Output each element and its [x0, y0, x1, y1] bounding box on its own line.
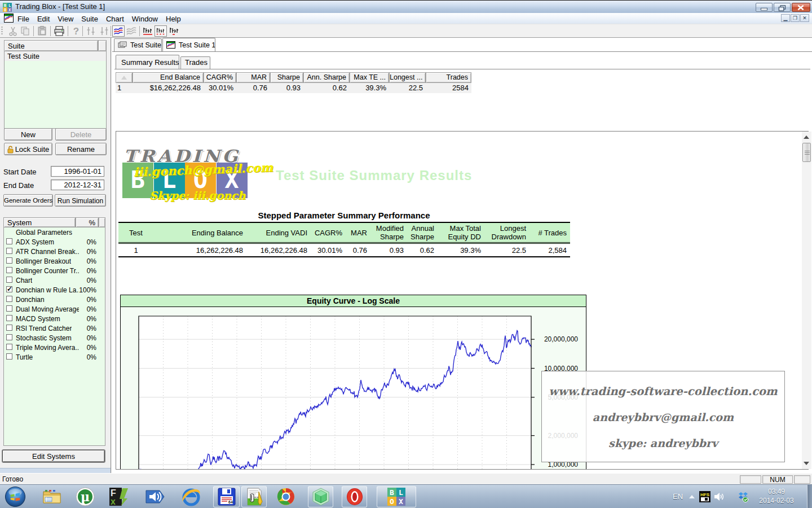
menu-item[interactable]: Suite — [77, 13, 102, 24]
grid-column-header[interactable]: Sharpe — [270, 72, 303, 83]
cut-icon[interactable] — [7, 25, 19, 37]
system-row[interactable]: ✓ Dual Moving Average 0% — [4, 304, 105, 314]
scroll-down-arrow[interactable] — [804, 462, 809, 465]
system-checkbox[interactable]: ✓ — [6, 334, 12, 340]
histogram-report-3-icon[interactable] — [168, 25, 180, 37]
rename-button[interactable]: Rename — [55, 143, 107, 155]
system-checkbox[interactable]: ✓ — [6, 353, 12, 360]
system-row[interactable]: ✓ MACD System 0% — [4, 314, 105, 323]
system-checkbox[interactable]: ✓ — [6, 344, 12, 350]
mdi-child-icon[interactable] — [4, 14, 14, 23]
system-checkbox[interactable]: ✓ — [6, 257, 12, 264]
start-date-field[interactable]: 1996-01-01 — [51, 166, 104, 177]
menu-item[interactable]: View — [54, 13, 77, 24]
grid-column-header[interactable]: MAR — [236, 72, 270, 83]
grid-column-header[interactable]: CAGR% — [204, 72, 236, 83]
suite-list-item[interactable]: Test Suite — [5, 51, 106, 61]
show-desktop-button[interactable] — [807, 485, 812, 508]
system-row[interactable]: ✓ Turtle 0% — [4, 352, 105, 362]
system-checkbox[interactable]: ✓ — [6, 238, 12, 244]
system-row[interactable]: ✓ Donchian 0% — [4, 295, 105, 304]
grid-cell[interactable]: 30.01% — [204, 83, 236, 93]
taskbar-fxl-app[interactable]: F x — [106, 486, 131, 507]
end-date-field[interactable]: 2012-12-31 — [51, 179, 104, 190]
taskbar-opera[interactable] — [342, 486, 367, 507]
window-tab-test-suite[interactable]: Test Suite — [114, 38, 162, 52]
scroll-up-arrow[interactable] — [804, 135, 809, 139]
system-checkbox[interactable]: ✓ — [6, 325, 12, 331]
taskbar-save64-app[interactable]: 64· — [213, 486, 240, 507]
system-row[interactable]: ✓ Donchian w Rule La... 100% — [4, 285, 105, 295]
system-row[interactable]: ✓ Triple Moving Avera... 0% — [4, 343, 105, 352]
report-vertical-scrollbar[interactable] — [802, 132, 811, 469]
step-parameters-alt-icon[interactable] — [98, 25, 111, 37]
taskbar-utorrent[interactable]: µ — [72, 486, 98, 507]
mdi-minimize-button[interactable]: ▁ — [781, 14, 790, 22]
tray-expand-arrow[interactable] — [689, 495, 695, 498]
histogram-report-2-icon[interactable] — [155, 25, 167, 37]
taskbar-internet-explorer[interactable] — [178, 486, 204, 507]
grid-cell[interactable]: 39.3% — [350, 83, 389, 93]
histogram-report-icon[interactable] — [142, 25, 154, 37]
system-checkbox[interactable]: ✓ — [6, 315, 12, 321]
copy-icon[interactable] — [19, 25, 32, 37]
system-checkbox[interactable]: ✓ — [6, 305, 12, 312]
menu-item[interactable]: Window — [128, 13, 162, 24]
edit-systems-button[interactable]: Edit Systems — [2, 450, 105, 462]
system-row[interactable]: ✓ RSI Trend Catcher 0% — [4, 323, 105, 333]
tab-trades[interactable]: Trades — [180, 56, 210, 69]
system-row[interactable]: ✓ Chart 0% — [4, 275, 105, 285]
menu-item[interactable]: File — [14, 13, 33, 24]
grid-column-header[interactable]: Ann. Sharpe — [303, 72, 350, 83]
print-icon[interactable] — [53, 25, 65, 37]
taskbar-explorer[interactable] — [39, 486, 65, 507]
taskbar-trading-blox[interactable]: B L O X — [377, 486, 416, 507]
menu-item[interactable]: Chart — [102, 13, 128, 24]
tab-summary-results[interactable]: Summary Results — [116, 55, 179, 69]
tray-clock[interactable]: 03:49 2014-02-03 — [758, 487, 795, 505]
system-checkbox[interactable]: ✓ — [6, 296, 12, 302]
minimize-button[interactable] — [756, 3, 773, 12]
taskbar-notes-app[interactable] — [241, 486, 267, 507]
system-row[interactable]: ✓ Bollinger Breakout 0% — [4, 256, 105, 266]
taskbar-volume-app[interactable] — [142, 486, 167, 507]
close-button[interactable] — [792, 3, 810, 12]
generate-orders-button[interactable]: Generate Orders — [3, 194, 53, 207]
grid-cell[interactable]: 2584 — [426, 83, 471, 93]
restore-button[interactable] — [774, 3, 791, 12]
grid-column-header[interactable]: Longest ... — [389, 72, 426, 83]
help-icon[interactable]: ? — [70, 25, 82, 37]
system-column-header[interactable]: System — [3, 217, 76, 227]
grid-cell[interactable]: 0.76 — [236, 83, 270, 93]
system-row[interactable]: ✓ ADX System 0% — [4, 237, 105, 247]
system-checkbox[interactable]: ✓ — [6, 277, 12, 283]
tray-speaker-icon[interactable] — [714, 492, 724, 502]
new-button[interactable]: New — [4, 128, 52, 141]
grid-column-header[interactable] — [116, 72, 133, 83]
menu-item[interactable]: Edit — [33, 13, 54, 24]
tray-language[interactable]: EN — [673, 492, 683, 501]
window-tab-test-suite-1[interactable]: Test Suite 1 — [162, 38, 215, 52]
grid-column-header[interactable]: End Balance — [133, 72, 204, 83]
grid-cell[interactable]: $16,262,226.48 — [133, 83, 204, 93]
equity-chart-icon[interactable] — [112, 25, 125, 37]
system-checkbox[interactable]: ✓ — [6, 286, 12, 292]
system-checkbox[interactable]: ✓ — [6, 267, 12, 273]
suite-list[interactable]: Test Suite — [4, 51, 107, 129]
run-simulation-button[interactable]: Run Simulation — [55, 194, 106, 207]
grid-column-header[interactable]: Max TE ... — [350, 72, 389, 83]
grid-cell[interactable]: 22.5 — [389, 83, 426, 93]
taskbar-cube-app[interactable] — [308, 486, 333, 507]
tray-hfs-icon[interactable]: HFS — [699, 491, 710, 502]
taskbar-chrome[interactable] — [273, 486, 298, 507]
grid-cell[interactable]: 1 — [116, 83, 133, 93]
step-parameters-icon[interactable] — [85, 25, 97, 37]
system-row[interactable]: ✓ Global Parameters — [4, 227, 105, 237]
paste-icon[interactable] — [36, 25, 48, 37]
grid-cell[interactable]: 0.62 — [303, 83, 350, 93]
mdi-close-button[interactable]: ✕ — [800, 14, 809, 22]
grid-column-header[interactable]: Trades — [426, 72, 471, 83]
system-row[interactable]: ✓ Stochastic System 0% — [4, 333, 105, 343]
menu-item[interactable]: Help — [162, 13, 185, 24]
system-row[interactable]: ✓ ATR Channel Break... 0% — [4, 247, 105, 256]
